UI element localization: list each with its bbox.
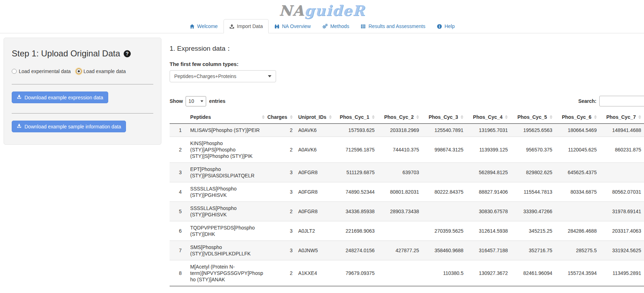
panel-title: Step 1: Upload Original Data bbox=[12, 49, 120, 59]
table-cell: SSSSLLAS[Phospho (STY)]PGHISVK bbox=[187, 202, 268, 221]
table-cell: 316457.7188 bbox=[466, 241, 511, 260]
sort-icon bbox=[461, 115, 463, 119]
search-control: Search: bbox=[578, 96, 644, 106]
download-expression-button[interactable]: Download example expression data bbox=[12, 92, 108, 103]
radio-load-experimental[interactable]: Load experimental data bbox=[12, 68, 71, 74]
tab-na-overview[interactable]: NA Overview bbox=[269, 19, 317, 33]
column-header-label: Phos_Cyc_4 bbox=[473, 114, 502, 120]
table-cell: 203317.4063 bbox=[600, 221, 644, 241]
row-index: 3 bbox=[170, 163, 187, 182]
divider bbox=[12, 113, 153, 114]
table-cell: KINS[Phospho (STY)]APS[Phospho (STY)]S[P… bbox=[187, 137, 268, 163]
column-header-label: Phos_Cyc_2 bbox=[384, 114, 414, 120]
column-header-label: Phos_Cyc_1 bbox=[340, 114, 369, 120]
caret-down-icon bbox=[268, 75, 271, 77]
column-header-phos_cyc_1[interactable]: Phos_Cyc_1 bbox=[333, 111, 378, 124]
table-cell: 285275.5 bbox=[555, 241, 600, 260]
table-cell: 157593.625 bbox=[333, 124, 378, 137]
expression-data-table: PeptidesChargesUniprot_IDsPhos_Cyc_1Phos… bbox=[170, 111, 644, 286]
table-cell: 2 bbox=[268, 124, 295, 137]
table-cell: 88827.91406 bbox=[466, 182, 511, 202]
page-length-select[interactable]: 10 bbox=[186, 96, 206, 106]
table-cell: 80334.6875 bbox=[555, 182, 600, 202]
table-row: 7SMS[Phospho (STY)]VDLSHIPLKDPLLFK3A0JNW… bbox=[170, 241, 644, 260]
table-cell: 1120045.625 bbox=[555, 137, 600, 163]
table-cell: 270359.5625 bbox=[422, 221, 466, 241]
table-cell: 113495.2891 bbox=[600, 260, 644, 286]
tab-label: Help bbox=[445, 23, 455, 29]
table-cell: 3 bbox=[268, 163, 295, 182]
sort-icon bbox=[290, 115, 293, 119]
table-cell: A0JNW5 bbox=[296, 241, 333, 260]
table-cell: 115544.7813 bbox=[511, 182, 555, 202]
column-header-charges[interactable]: Charges bbox=[268, 111, 295, 124]
tab-import-data[interactable]: Import Data bbox=[224, 19, 269, 33]
column-header-phos_cyc_5[interactable]: Phos_Cyc_5 bbox=[511, 111, 555, 124]
tab-welcome[interactable]: Welcome bbox=[184, 19, 224, 33]
data-source-radio-group: Load experimental data Load example data bbox=[12, 68, 153, 74]
question-circle-icon[interactable]: ? bbox=[123, 50, 131, 57]
table-row: 8M[Acetyl (Protein N-term)]NPVYSPGSSGVPY… bbox=[170, 260, 644, 286]
table-cell: M[Acetyl (Protein N-term)]NPVYSPGSSGVPY[… bbox=[187, 260, 268, 286]
table-cell: 2 bbox=[268, 202, 295, 221]
tab-help[interactable]: Help bbox=[431, 19, 461, 33]
row-index: 1 bbox=[170, 124, 187, 137]
search-label: Search: bbox=[578, 98, 596, 104]
column-header-label: Charges bbox=[267, 114, 287, 120]
sort-icon bbox=[329, 115, 332, 119]
column-header-phos_cyc_7[interactable]: Phos_Cyc_7 bbox=[600, 111, 644, 124]
table-cell: 312614.5938 bbox=[466, 221, 511, 241]
table-cell: 82461.96094 bbox=[511, 260, 555, 286]
table-cell: 180664.5469 bbox=[555, 124, 600, 137]
table-cell: A0FGR8 bbox=[296, 163, 333, 182]
table-cell: SSSSLLAS[Phospho (STY)]PGHISVK bbox=[187, 182, 268, 202]
table-cell: 345215.25 bbox=[511, 221, 555, 241]
tab-methods[interactable]: Methods bbox=[317, 19, 355, 33]
table-cell: SMS[Phospho (STY)]VDLSHIPLKDPLLFK bbox=[187, 241, 268, 260]
row-index: 6 bbox=[170, 221, 187, 241]
radio-unchecked-icon bbox=[12, 69, 17, 74]
sort-icon bbox=[550, 115, 552, 119]
download-sample-info-button[interactable]: Download example sample information data bbox=[12, 121, 126, 132]
table-cell: 30830.67578 bbox=[466, 202, 511, 221]
column-header-peptides[interactable]: Peptides bbox=[187, 111, 268, 124]
table-cell: 3 bbox=[268, 182, 295, 202]
column-header-phos_cyc_4[interactable]: Phos_Cyc_4 bbox=[466, 111, 511, 124]
column-header-label: Phos_Cyc_7 bbox=[606, 114, 636, 120]
table-cell: 562894.8125 bbox=[466, 163, 511, 182]
tab-label: Import Data bbox=[237, 23, 263, 29]
table-cell: 712596.1875 bbox=[333, 137, 378, 163]
table-cell: 829802.625 bbox=[511, 163, 555, 182]
table-cell: 645625.4375 bbox=[555, 163, 600, 182]
table-cell bbox=[555, 202, 600, 221]
logo-na-text: NA bbox=[279, 2, 304, 19]
tab-results-assessments[interactable]: Results and Assessments bbox=[355, 19, 431, 33]
column-header-uniprot_ids[interactable]: Uniprot_IDs bbox=[296, 111, 333, 124]
radio-load-example[interactable]: Load example data bbox=[76, 68, 126, 74]
svg-text:?: ? bbox=[126, 51, 128, 56]
column-header-label: Phos_Cyc_5 bbox=[517, 114, 547, 120]
search-input[interactable] bbox=[599, 96, 644, 106]
sort-icon bbox=[594, 115, 597, 119]
home-icon bbox=[189, 24, 195, 29]
entries-label: entries bbox=[209, 98, 225, 104]
table-row: 1MLISAVS[Phospho (STY)]PEIR2A0AVK6157593… bbox=[170, 124, 644, 137]
column-header-label: Phos_Cyc_3 bbox=[429, 114, 458, 120]
table-cell: 155724.3594 bbox=[555, 260, 600, 286]
row-index: 2 bbox=[170, 137, 187, 163]
column-header-index bbox=[170, 111, 187, 124]
download-icon bbox=[17, 123, 22, 129]
table-row: 2KINS[Phospho (STY)]APS[Phospho (STY)]S[… bbox=[170, 137, 644, 163]
table-row: 3EPT[Phospho (STY)]PSIASDISLPIATQELR3A0F… bbox=[170, 163, 644, 182]
column-header-phos_cyc_6[interactable]: Phos_Cyc_6 bbox=[555, 111, 600, 124]
page-content: Step 1: Upload Original Data ? Load expe… bbox=[0, 33, 644, 286]
table-cell: 80222.84375 bbox=[422, 182, 466, 202]
sort-icon bbox=[505, 115, 508, 119]
column-types-select[interactable]: Peptides+Charges+Proteins bbox=[170, 70, 276, 82]
button-label: Download example expression data bbox=[24, 95, 103, 100]
column-header-phos_cyc_2[interactable]: Phos_Cyc_2 bbox=[378, 111, 422, 124]
table-cell: 79679.09375 bbox=[333, 260, 378, 286]
gears-icon bbox=[322, 23, 328, 29]
column-header-phos_cyc_3[interactable]: Phos_Cyc_3 bbox=[422, 111, 466, 124]
table-cell: 427877.25 bbox=[378, 241, 422, 260]
